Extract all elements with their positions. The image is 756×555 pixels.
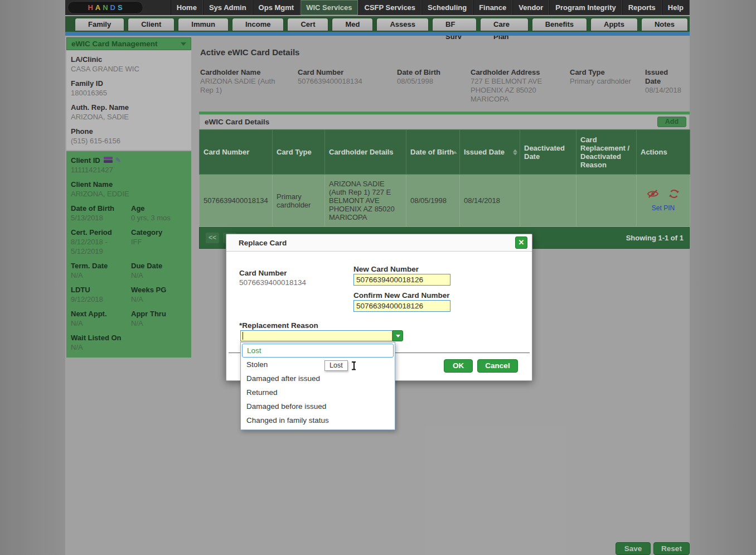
dropdown-option-damaged-before[interactable]: Damaged before issued: [241, 399, 395, 413]
new-card-number-input[interactable]: [353, 274, 450, 286]
new-card-number-label: New Card Number: [353, 265, 419, 273]
dropdown-option-returned[interactable]: Returned: [241, 385, 395, 399]
combobox-dropdown-button[interactable]: [392, 330, 403, 341]
close-icon[interactable]: ✕: [515, 237, 527, 249]
confirm-card-number-input[interactable]: [353, 300, 450, 312]
dialog-title-bar: Replace Card ✕: [226, 234, 532, 252]
dropdown-option-damaged-after[interactable]: Damaged after issued: [241, 371, 395, 385]
hover-tooltip: Lost: [324, 360, 348, 371]
dialog-title: Replace Card: [239, 239, 515, 247]
screen: H A N D S Home Sys Admin Ops Mgmt WIC Se…: [0, 0, 756, 555]
replacement-reason-dropdown-list: Lost Stolen Damaged after issued Returne…: [240, 342, 395, 430]
replace-card-dialog: Replace Card ✕ Card Number 5076639400018…: [226, 234, 532, 381]
confirm-card-number-label: Confirm New Card Number: [353, 291, 450, 300]
card-number-label: Card Number: [239, 269, 287, 277]
dropdown-option-changed-family[interactable]: Changed in family status: [241, 413, 395, 427]
text-caret: [243, 332, 243, 340]
card-number-value: 5076639400018134: [239, 278, 306, 287]
replacement-reason-input[interactable]: [240, 330, 392, 341]
dropdown-option-lost[interactable]: Lost: [242, 344, 394, 358]
chevron-down-icon: [396, 335, 400, 337]
ok-button[interactable]: OK: [444, 359, 473, 373]
replacement-reason-combobox: [240, 330, 403, 341]
cancel-button[interactable]: Cancel: [477, 359, 518, 373]
dropdown-option-stolen[interactable]: Stolen: [241, 358, 395, 371]
replacement-reason-label: *Replacement Reason: [239, 321, 318, 330]
text-cursor: [352, 361, 356, 370]
